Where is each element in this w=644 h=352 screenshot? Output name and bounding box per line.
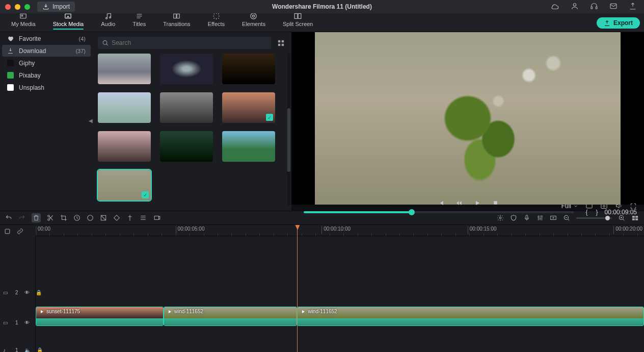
clip-label: sunset-111175 <box>39 309 80 314</box>
sidebar-item-label: Giphy <box>19 60 35 67</box>
svg-rect-20 <box>601 205 607 209</box>
cloud-icon[interactable] <box>550 2 559 11</box>
headphones-icon[interactable] <box>590 2 598 11</box>
media-thumb[interactable] <box>160 54 213 84</box>
greenscreen-icon[interactable] <box>100 214 107 221</box>
close-window-icon[interactable] <box>5 4 11 10</box>
svg-rect-15 <box>281 40 283 42</box>
mixer-icon[interactable] <box>536 214 544 221</box>
account-icon[interactable] <box>571 2 579 11</box>
tab-label: Audio <box>101 21 115 27</box>
tab-my-media[interactable]: My Media <box>11 12 36 30</box>
media-thumb[interactable]: ✓ <box>98 170 151 200</box>
crop-icon[interactable] <box>60 214 67 221</box>
media-thumb[interactable] <box>222 131 275 162</box>
media-thumb[interactable] <box>98 54 151 84</box>
export-button[interactable]: Export <box>597 17 640 29</box>
timeline-layout-icon[interactable] <box>631 214 639 222</box>
keyframe-icon[interactable] <box>113 214 120 221</box>
timeline-ruler[interactable]: 00:0000:00:05:0000:00:10:0000:00:15:0000… <box>36 225 644 236</box>
ruler-tick: 00:00:20:00 <box>613 226 642 234</box>
media-scrollbar[interactable] <box>287 54 290 206</box>
zoom-slider[interactable] <box>576 217 612 219</box>
delete-icon[interactable] <box>32 213 41 222</box>
collapse-sidebar-icon[interactable]: ◀ <box>89 118 93 123</box>
sidebar-item-unsplash[interactable]: Unsplash <box>2 82 91 93</box>
tab-split-screen[interactable]: Split Screen <box>283 12 313 30</box>
track-num-v2: 2 <box>15 290 18 295</box>
track-add-icon[interactable] <box>550 214 557 221</box>
media-thumb[interactable] <box>160 131 213 162</box>
adjust-icon[interactable] <box>140 214 147 221</box>
zoom-out-icon[interactable] <box>563 214 570 221</box>
svg-rect-12 <box>298 14 301 19</box>
tab-audio[interactable]: Audio <box>101 12 115 30</box>
mail-icon[interactable] <box>609 2 618 11</box>
svg-point-28 <box>499 217 501 219</box>
sidebar-item-pixabay[interactable]: Pixabay <box>2 69 91 81</box>
upload-icon[interactable] <box>629 2 637 11</box>
tab-label: My Media <box>11 21 36 27</box>
titlebar: Import Wondershare Filmora 11 (Untitled) <box>0 0 644 13</box>
media-thumb[interactable] <box>98 92 151 123</box>
shield-icon[interactable] <box>510 214 517 221</box>
timeline-options-icon[interactable] <box>4 228 11 235</box>
scrub-bar[interactable] <box>304 211 574 213</box>
search-input-wrap[interactable] <box>98 37 271 49</box>
timeline: ▭ 2 👁 🔒 ▭ 1 👁 🔒 ♪ 1 🔈 🔒 00:0000:00:05:00… <box>0 225 644 352</box>
minimize-window-icon[interactable] <box>15 4 20 10</box>
media-thumb[interactable] <box>222 54 275 84</box>
mix-icon[interactable] <box>497 214 504 221</box>
render-icon[interactable] <box>153 214 162 221</box>
svg-rect-14 <box>278 40 280 42</box>
zoom-in-icon[interactable] <box>618 214 625 221</box>
timeline-clip[interactable]: sunset-111175 <box>36 307 164 326</box>
tab-titles[interactable]: Titles <box>132 12 146 30</box>
import-button[interactable]: Import <box>37 2 75 12</box>
media-browser: ◀ ✓✓ <box>93 32 291 211</box>
tab-effects[interactable]: Effects <box>208 12 225 30</box>
timeline-clip[interactable]: wind-111652 <box>297 307 644 326</box>
timeline-clip[interactable]: wind-111652 <box>164 307 298 326</box>
tab-label: Effects <box>208 21 225 27</box>
tab-transitions[interactable]: Transitions <box>163 12 190 30</box>
search-input[interactable] <box>112 39 267 46</box>
split-icon[interactable] <box>47 214 54 221</box>
sidebar-item-favorite[interactable]: Favorite(4) <box>2 33 91 44</box>
marker-icon[interactable] <box>126 214 133 221</box>
maximize-window-icon[interactable] <box>24 4 30 10</box>
link-tracks-icon[interactable] <box>17 228 23 235</box>
app-title: Wondershare Filmora 11 (Untitled) <box>272 3 372 10</box>
track-mute-icon[interactable]: 🔈 <box>24 347 31 352</box>
timeline-body[interactable]: 00:0000:00:05:0000:00:10:0000:00:15:0000… <box>36 225 644 352</box>
svg-rect-3 <box>610 4 616 8</box>
media-thumb[interactable] <box>98 131 151 162</box>
track-visibility-icon[interactable]: 👁 <box>24 320 30 325</box>
video-track-icon: ▭ <box>3 320 9 325</box>
svg-point-0 <box>573 4 576 6</box>
video-track-1[interactable]: sunset-111175wind-111652wind-111652 <box>36 307 644 334</box>
media-thumb[interactable] <box>160 92 213 123</box>
voiceover-icon[interactable] <box>523 214 530 221</box>
playhead[interactable] <box>297 225 298 352</box>
track-visibility-icon[interactable]: 👁 <box>24 290 30 295</box>
main-area: Favorite(4)Download(37)GiphyPixabayUnspl… <box>0 32 644 211</box>
media-thumbs: ✓✓ <box>93 54 291 206</box>
speed-icon[interactable] <box>73 214 81 221</box>
svg-rect-18 <box>494 201 497 205</box>
color-icon[interactable] <box>87 214 94 221</box>
tab-stock-media[interactable]: Stock Media <box>53 12 84 30</box>
tab-elements[interactable]: Elements <box>242 12 265 30</box>
view-grid-icon[interactable] <box>275 39 286 47</box>
media-thumb[interactable]: ✓ <box>222 92 275 123</box>
sidebar-item-download[interactable]: Download(37) <box>2 45 91 57</box>
sidebar-item-giphy[interactable]: Giphy <box>2 57 91 69</box>
video-track-icon: ▭ <box>3 290 9 295</box>
fullscreen-icon[interactable] <box>630 203 637 210</box>
svg-point-21 <box>603 206 605 208</box>
redo-icon[interactable] <box>18 214 25 221</box>
undo-icon[interactable] <box>5 214 12 221</box>
svg-rect-1 <box>591 7 593 9</box>
import-icon <box>42 3 49 10</box>
svg-rect-36 <box>635 218 638 220</box>
